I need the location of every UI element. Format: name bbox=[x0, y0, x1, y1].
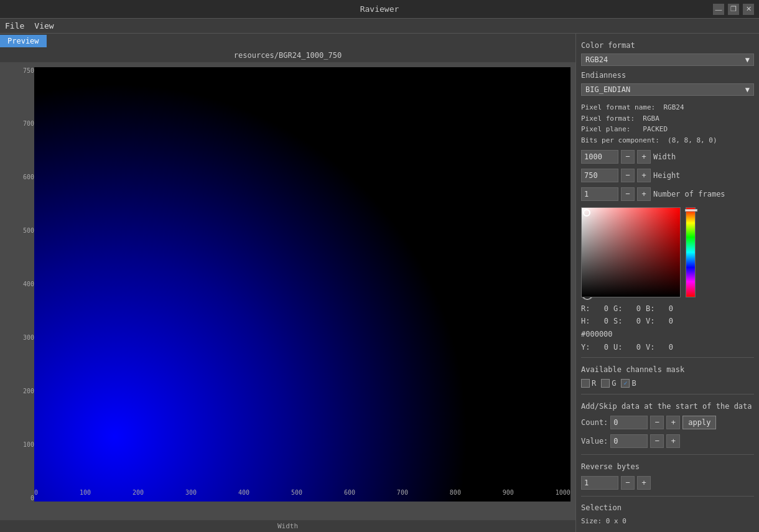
h-value: 0 bbox=[594, 317, 608, 325]
restore-button[interactable]: ❐ bbox=[728, 4, 739, 15]
color-format-arrow: ▼ bbox=[745, 55, 750, 64]
color-gradient-dark bbox=[582, 208, 680, 297]
image-display[interactable]: Height bbox=[34, 67, 570, 502]
menu-file[interactable]: File bbox=[5, 21, 24, 30]
color-gradient-base[interactable] bbox=[581, 207, 681, 297]
file-path-label: resources/BGR24_1000_750 bbox=[0, 49, 575, 62]
x-tick-300: 300 bbox=[185, 489, 197, 496]
channel-b-label: B bbox=[631, 379, 636, 388]
height-row: − + Height bbox=[581, 169, 754, 182]
separator-1 bbox=[581, 357, 754, 358]
height-increment-button[interactable]: + bbox=[637, 169, 651, 182]
apply-button[interactable]: apply bbox=[682, 416, 716, 429]
x-tick-600: 600 bbox=[344, 489, 355, 496]
hue-slider[interactable] bbox=[686, 207, 696, 297]
minimize-button[interactable]: — bbox=[713, 4, 724, 15]
channel-b-checkbox-row[interactable]: ✓ B bbox=[621, 379, 636, 388]
count-decrement-button[interactable]: − bbox=[650, 416, 664, 429]
channel-g-label: G bbox=[612, 379, 616, 388]
value-label: Value: bbox=[581, 437, 608, 446]
frames-label: Number of frames bbox=[653, 190, 725, 198]
g-label: G: bbox=[613, 304, 621, 313]
value-input[interactable] bbox=[610, 434, 648, 448]
y-tick-100: 100 bbox=[23, 441, 34, 448]
reverse-bytes-decrement-button[interactable]: − bbox=[621, 476, 635, 490]
color-picker[interactable] bbox=[581, 207, 754, 281]
x-tick-800: 800 bbox=[450, 489, 461, 496]
endianness-section-label: Endianness bbox=[581, 71, 754, 80]
x-tick-900: 900 bbox=[503, 489, 514, 496]
reverse-bytes-label: Reverse bytes bbox=[581, 462, 754, 471]
frames-decrement-button[interactable]: − bbox=[621, 187, 635, 201]
width-decrement-button[interactable]: − bbox=[621, 150, 635, 164]
u-value: 0 bbox=[626, 343, 641, 352]
height-decrement-button[interactable]: − bbox=[621, 169, 635, 182]
color-format-value: RGB24 bbox=[585, 55, 608, 64]
yuv-values-row: Y: 0 U: 0 V: 0 bbox=[581, 343, 754, 352]
channels-mask-label: Available channels mask bbox=[581, 365, 754, 374]
tab-bar: Preview bbox=[0, 34, 575, 49]
y-tick-600: 600 bbox=[23, 174, 34, 180]
endianness-dropdown[interactable]: BIG_ENDIAN ▼ bbox=[581, 83, 754, 96]
count-label: Count: bbox=[581, 418, 608, 427]
window-controls: — ❐ ✕ bbox=[713, 4, 754, 15]
height-input[interactable] bbox=[581, 169, 618, 182]
width-input[interactable] bbox=[581, 150, 618, 164]
b-value: 0 bbox=[658, 304, 673, 313]
image-content bbox=[34, 67, 570, 502]
r-value: 0 bbox=[594, 304, 608, 313]
y-label: Y: bbox=[581, 343, 589, 352]
color-format-dropdown[interactable]: RGB24 ▼ bbox=[581, 54, 754, 66]
frames-input[interactable] bbox=[581, 187, 618, 201]
channel-r-label: R bbox=[592, 379, 596, 388]
rgb-values-row: R: 0 G: 0 B: 0 bbox=[581, 304, 754, 313]
endianness-value: BIG_ENDIAN bbox=[585, 85, 630, 94]
x-tick-1000: 1000 bbox=[556, 489, 570, 496]
endianness-arrow: ▼ bbox=[745, 85, 750, 94]
hex-value: #000000 bbox=[581, 330, 754, 338]
width-increment-button[interactable]: + bbox=[637, 150, 651, 164]
b-label: B: bbox=[646, 304, 653, 313]
channel-r-checkbox[interactable] bbox=[581, 379, 590, 388]
count-input[interactable] bbox=[610, 416, 648, 429]
uv-label: V: bbox=[646, 343, 653, 352]
v-label: V: bbox=[646, 317, 653, 325]
x-tick-700: 700 bbox=[397, 489, 408, 496]
value-row: Value: − + bbox=[581, 434, 754, 448]
g-value: 0 bbox=[626, 304, 641, 313]
height-label: Height bbox=[653, 171, 680, 180]
reverse-bytes-input[interactable] bbox=[581, 476, 618, 490]
value-decrement-button[interactable]: − bbox=[650, 434, 664, 448]
y-axis-ticks: 750 700 600 500 400 300 200 100 0 bbox=[5, 67, 34, 502]
tab-preview[interactable]: Preview bbox=[0, 35, 47, 47]
pixel-info: Pixel format name: RGB24 Pixel format: R… bbox=[581, 102, 754, 146]
separator-2 bbox=[581, 394, 754, 394]
hue-cursor bbox=[685, 209, 697, 212]
uv-value: 0 bbox=[658, 343, 673, 352]
menubar: File View bbox=[0, 19, 759, 34]
channel-r-checkbox-row[interactable]: R bbox=[581, 379, 596, 388]
close-button[interactable]: ✕ bbox=[743, 4, 754, 15]
hsv-values-row: H: 0 S: 0 V: 0 bbox=[581, 317, 754, 325]
reverse-bytes-increment-button[interactable]: + bbox=[637, 476, 651, 490]
separator-3 bbox=[581, 454, 754, 455]
channel-b-checkbox[interactable]: ✓ bbox=[621, 379, 630, 388]
frames-row: − + Number of frames bbox=[581, 187, 754, 201]
y-tick-700: 700 bbox=[23, 120, 34, 127]
value-increment-button[interactable]: + bbox=[666, 434, 680, 448]
y-value: 0 bbox=[594, 343, 608, 352]
app-title: Raviewer bbox=[360, 4, 399, 14]
y-tick-200: 200 bbox=[23, 388, 34, 394]
main-layout: Preview resources/BGR24_1000_750 750 700… bbox=[0, 34, 759, 532]
count-increment-button[interactable]: + bbox=[666, 416, 680, 429]
reverse-bytes-row: − + bbox=[581, 476, 754, 490]
channel-g-checkbox[interactable] bbox=[601, 379, 610, 388]
left-panel: Preview resources/BGR24_1000_750 750 700… bbox=[0, 34, 575, 532]
menu-view[interactable]: View bbox=[34, 21, 54, 30]
u-label: U: bbox=[613, 343, 621, 352]
frames-increment-button[interactable]: + bbox=[637, 187, 651, 201]
channel-g-checkbox-row[interactable]: G bbox=[601, 379, 616, 388]
x-tick-100: 100 bbox=[80, 489, 91, 496]
channels-row: R G ✓ B bbox=[581, 379, 754, 388]
y-tick-500: 500 bbox=[23, 227, 34, 234]
